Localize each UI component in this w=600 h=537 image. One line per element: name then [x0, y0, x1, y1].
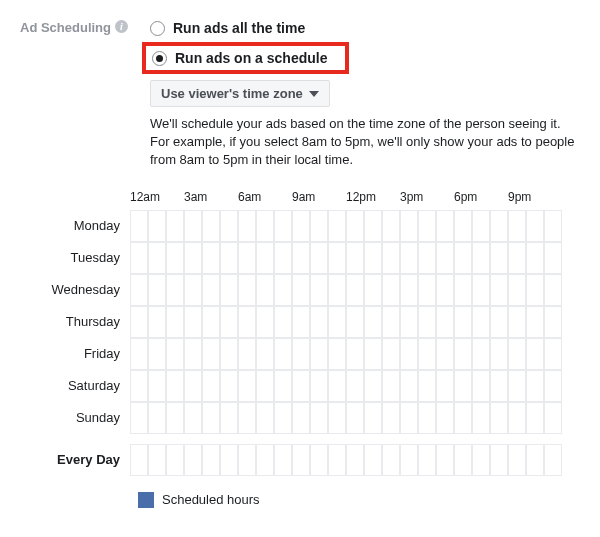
schedule-cell[interactable]	[310, 210, 328, 242]
schedule-cell[interactable]	[220, 402, 238, 434]
schedule-cell[interactable]	[382, 402, 400, 434]
schedule-cell[interactable]	[526, 210, 544, 242]
schedule-cell[interactable]	[382, 274, 400, 306]
schedule-cell[interactable]	[202, 306, 220, 338]
schedule-cell[interactable]	[184, 444, 202, 476]
schedule-cell[interactable]	[346, 210, 364, 242]
schedule-cell[interactable]	[544, 338, 562, 370]
schedule-cell[interactable]	[256, 338, 274, 370]
schedule-cell[interactable]	[490, 402, 508, 434]
schedule-cell[interactable]	[166, 338, 184, 370]
schedule-cell[interactable]	[130, 338, 148, 370]
schedule-cell[interactable]	[364, 370, 382, 402]
schedule-cell[interactable]	[256, 274, 274, 306]
schedule-cell[interactable]	[346, 338, 364, 370]
schedule-cell[interactable]	[292, 444, 310, 476]
schedule-cell[interactable]	[364, 306, 382, 338]
schedule-cell[interactable]	[436, 444, 454, 476]
schedule-cell[interactable]	[526, 402, 544, 434]
schedule-cell[interactable]	[490, 242, 508, 274]
schedule-cell[interactable]	[238, 274, 256, 306]
schedule-cell[interactable]	[364, 210, 382, 242]
schedule-cell[interactable]	[490, 338, 508, 370]
schedule-cell[interactable]	[274, 274, 292, 306]
schedule-cell[interactable]	[490, 210, 508, 242]
schedule-cell[interactable]	[364, 444, 382, 476]
info-icon[interactable]: i	[115, 20, 128, 33]
schedule-cell[interactable]	[418, 274, 436, 306]
schedule-cell[interactable]	[490, 370, 508, 402]
schedule-cell[interactable]	[148, 444, 166, 476]
schedule-cell[interactable]	[256, 370, 274, 402]
schedule-cell[interactable]	[310, 370, 328, 402]
schedule-cell[interactable]	[166, 210, 184, 242]
schedule-cell[interactable]	[184, 370, 202, 402]
schedule-cell[interactable]	[256, 242, 274, 274]
schedule-cell[interactable]	[292, 306, 310, 338]
schedule-cell[interactable]	[400, 338, 418, 370]
schedule-cell[interactable]	[364, 402, 382, 434]
schedule-cell[interactable]	[472, 402, 490, 434]
schedule-cell[interactable]	[436, 274, 454, 306]
schedule-cell[interactable]	[454, 306, 472, 338]
schedule-cell[interactable]	[148, 338, 166, 370]
schedule-cell[interactable]	[184, 402, 202, 434]
schedule-cell[interactable]	[148, 210, 166, 242]
schedule-cell[interactable]	[436, 370, 454, 402]
schedule-cell[interactable]	[472, 370, 490, 402]
schedule-cell[interactable]	[274, 338, 292, 370]
schedule-cell[interactable]	[202, 402, 220, 434]
schedule-cell[interactable]	[364, 338, 382, 370]
schedule-cell[interactable]	[526, 306, 544, 338]
schedule-cell[interactable]	[130, 370, 148, 402]
schedule-cell[interactable]	[436, 210, 454, 242]
schedule-cell[interactable]	[508, 274, 526, 306]
schedule-cell[interactable]	[238, 444, 256, 476]
schedule-cell[interactable]	[472, 338, 490, 370]
schedule-grid[interactable]: 12am 3am 6am 9am 12pm 3pm 6pm 9pm Monday…	[20, 190, 562, 476]
schedule-cell[interactable]	[490, 444, 508, 476]
schedule-cell[interactable]	[382, 210, 400, 242]
schedule-cell[interactable]	[202, 370, 220, 402]
schedule-cell[interactable]	[544, 274, 562, 306]
schedule-cell[interactable]	[508, 210, 526, 242]
schedule-cell[interactable]	[310, 338, 328, 370]
schedule-cell[interactable]	[508, 242, 526, 274]
schedule-cell[interactable]	[238, 306, 256, 338]
schedule-cell[interactable]	[220, 370, 238, 402]
schedule-cell[interactable]	[472, 242, 490, 274]
schedule-cell[interactable]	[274, 370, 292, 402]
schedule-cell[interactable]	[400, 444, 418, 476]
schedule-cell[interactable]	[292, 402, 310, 434]
schedule-cell[interactable]	[490, 274, 508, 306]
schedule-cell[interactable]	[292, 242, 310, 274]
schedule-cell[interactable]	[220, 242, 238, 274]
schedule-cell[interactable]	[166, 274, 184, 306]
schedule-cell[interactable]	[382, 338, 400, 370]
schedule-cell[interactable]	[544, 242, 562, 274]
schedule-cell[interactable]	[508, 306, 526, 338]
schedule-cell[interactable]	[238, 338, 256, 370]
schedule-cell[interactable]	[292, 338, 310, 370]
schedule-cell[interactable]	[310, 306, 328, 338]
schedule-cell[interactable]	[472, 444, 490, 476]
schedule-cell[interactable]	[220, 210, 238, 242]
schedule-cell[interactable]	[310, 402, 328, 434]
schedule-cell[interactable]	[202, 274, 220, 306]
schedule-cell[interactable]	[544, 402, 562, 434]
schedule-cell[interactable]	[400, 370, 418, 402]
radio-run-all-time[interactable]: Run ads all the time	[150, 18, 580, 40]
schedule-cell[interactable]	[508, 402, 526, 434]
schedule-cell[interactable]	[418, 306, 436, 338]
schedule-cell[interactable]	[202, 444, 220, 476]
schedule-cell[interactable]	[238, 210, 256, 242]
schedule-cell[interactable]	[184, 306, 202, 338]
schedule-cell[interactable]	[454, 402, 472, 434]
schedule-cell[interactable]	[346, 242, 364, 274]
schedule-cell[interactable]	[130, 402, 148, 434]
schedule-cell[interactable]	[166, 402, 184, 434]
schedule-cell[interactable]	[526, 274, 544, 306]
schedule-cell[interactable]	[148, 242, 166, 274]
schedule-cell[interactable]	[220, 306, 238, 338]
schedule-cell[interactable]	[418, 444, 436, 476]
